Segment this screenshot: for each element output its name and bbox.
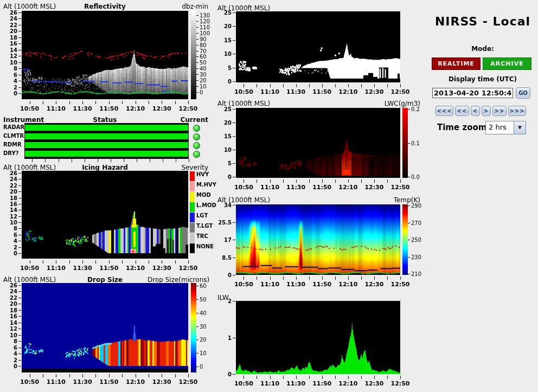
severity-colorbar-label: Severity — [175, 164, 208, 171]
status-bar-dry — [25, 151, 188, 157]
archive-button[interactable]: ARCHIVE — [483, 57, 531, 70]
go-button[interactable]: GO — [516, 87, 530, 99]
time-zoom-value: 2 hrs — [486, 121, 514, 134]
time-zoom-select[interactable]: 2 hrs ▼ — [485, 121, 526, 134]
icing-title: Icing Hazard — [22, 164, 188, 171]
drop-size-plot — [22, 283, 188, 372]
icing-hazard-plot — [22, 171, 188, 259]
status-header-current: Current — [175, 116, 208, 124]
status-bar-clmtr — [25, 133, 188, 139]
lwc-colorbar-label: LWC(g/m3) — [374, 100, 420, 107]
reflectivity-plot — [22, 11, 188, 99]
status-row-label-clmtr: CLMTR — [3, 133, 24, 139]
status-indicator-rdmr — [193, 142, 200, 149]
temperature-plot — [236, 204, 400, 275]
nav-back-button[interactable]: < — [471, 106, 480, 116]
ilw-axis-label: ILW — [217, 294, 229, 301]
status-indicator-clmtr — [193, 133, 200, 140]
chevron-down-icon: ▼ — [514, 121, 526, 134]
nav-fast-forward-button[interactable]: >> — [492, 106, 507, 116]
nirss-app-window: Alt (1000ft MSL) Reflectivity dbz-min Al… — [0, 0, 538, 392]
nav-rewind-button[interactable]: << — [455, 106, 469, 116]
reflectivity-colorbar-label: dbz-min — [175, 3, 208, 10]
status-indicator-radar — [193, 125, 200, 132]
status-bar-radar — [25, 125, 188, 131]
status-bar-rdmr — [25, 142, 188, 148]
reflectivity-title: Reflectivity — [22, 3, 188, 10]
realtime-button[interactable]: REALTIME — [432, 57, 481, 70]
nav-fast-rewind-button[interactable]: <<< — [435, 106, 453, 116]
status-row-label-rdmr: RDMR — [3, 142, 22, 147]
app-title: NIRSS - Local — [428, 15, 537, 28]
nav-forward-button[interactable]: > — [482, 106, 491, 116]
temp-alt-axis-label: Alt (1000ft MSL) — [217, 196, 270, 204]
nav-fastest-forward-button[interactable]: >>> — [508, 106, 526, 116]
status-header-status: Status — [22, 116, 188, 124]
status-indicator-dry — [193, 151, 200, 158]
ilw-plot — [236, 301, 400, 374]
display-time-input[interactable] — [432, 88, 513, 98]
status-panel — [24, 123, 189, 159]
display-time-label: Display time (UTC) — [428, 75, 537, 83]
lwc-alt-axis-label: Alt (1000ft MSL) — [217, 100, 270, 107]
time-zoom-label: Time zoom: — [437, 123, 490, 132]
cloudmask-alt-axis-label: Alt (1000ft MSL) — [217, 4, 270, 12]
cloud-mask-plot — [236, 11, 400, 82]
lwc-plot — [236, 108, 400, 178]
status-row-label-radar: RADAR — [3, 124, 24, 130]
mode-label: Mode: — [428, 45, 537, 53]
status-row-label-dry: DRY? — [3, 150, 19, 156]
dropsize-colorbar-label: Drop Size(microns) — [148, 276, 208, 284]
temp-colorbar-label: Temp(K) — [374, 196, 420, 204]
